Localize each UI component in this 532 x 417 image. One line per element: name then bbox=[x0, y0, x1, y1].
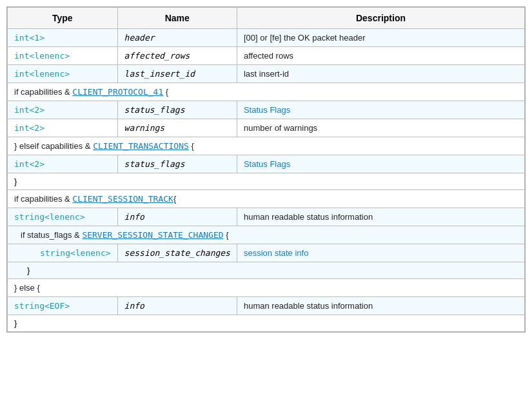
close-brace-cell-1: } bbox=[8, 173, 525, 190]
desc-cell: [00] or [fe] the OK packet header bbox=[237, 29, 524, 47]
col-name-header: Name bbox=[117, 8, 237, 29]
name-cell: session_state_changes bbox=[117, 244, 237, 262]
type-cell: int<1> bbox=[8, 29, 118, 47]
type-cell: string<lenenc> bbox=[8, 208, 118, 226]
condition-row-5: } else { bbox=[8, 279, 525, 297]
name-cell: info bbox=[117, 208, 237, 226]
desc-cell: Status Flags bbox=[237, 101, 524, 119]
condition-row-3: if capabilities & CLIENT_SESSION_TRACK{ bbox=[8, 190, 525, 208]
main-table-container: Type Name Description int<1> header [00]… bbox=[6, 6, 526, 333]
desc-cell: session state info bbox=[237, 244, 524, 262]
name-cell: info bbox=[117, 297, 237, 315]
cond-prefix-2: } elseif capabilities & bbox=[14, 141, 93, 151]
close-brace-row-1: } bbox=[8, 173, 525, 190]
name-cell: header bbox=[117, 29, 237, 47]
type-cell: int<lenenc> bbox=[8, 65, 118, 83]
col-type-header: Type bbox=[8, 8, 118, 29]
condition-cell-3: if capabilities & CLIENT_SESSION_TRACK{ bbox=[8, 190, 525, 208]
desc-cell: affected rows bbox=[237, 47, 524, 65]
protocol-table: Type Name Description int<1> header [00]… bbox=[7, 7, 525, 332]
type-cell: int<lenenc> bbox=[8, 47, 118, 65]
desc-cell: human readable status information bbox=[237, 297, 524, 315]
condition-cell-2: } elseif capabilities & CLIENT_TRANSACTI… bbox=[8, 137, 525, 155]
desc-cell: number of warnings bbox=[237, 119, 524, 137]
type-cell: string<lenenc> bbox=[8, 244, 118, 262]
table-row: int<2> warnings number of warnings bbox=[8, 119, 525, 137]
name-cell: status_flags bbox=[117, 101, 237, 119]
table-row: int<2> status_flags Status Flags bbox=[8, 101, 525, 119]
desc-cell: last insert-id bbox=[237, 65, 524, 83]
session-state-info-link[interactable]: session state info bbox=[244, 248, 308, 258]
condition-cell-4: if status_flags & SERVER_SESSION_STATE_C… bbox=[8, 226, 525, 244]
table-row: int<lenenc> affected_rows affected rows bbox=[8, 47, 525, 65]
name-cell: status_flags bbox=[117, 155, 237, 173]
cond-prefix-5: } else { bbox=[14, 283, 40, 293]
cond-link-2[interactable]: CLIENT_TRANSACTIONS bbox=[93, 141, 189, 151]
status-flags-link-1[interactable]: Status Flags bbox=[244, 105, 290, 115]
type-cell: int<2> bbox=[8, 155, 118, 173]
name-cell: affected_rows bbox=[117, 47, 237, 65]
close-brace-cell-2: } bbox=[8, 262, 525, 279]
type-cell: int<2> bbox=[8, 101, 118, 119]
status-flags-link-2[interactable]: Status Flags bbox=[244, 159, 290, 169]
table-row: int<1> header [00] or [fe] the OK packet… bbox=[8, 29, 525, 47]
table-row: int<lenenc> last_insert_id last insert-i… bbox=[8, 65, 525, 83]
cond-prefix-1: if capabilities & bbox=[14, 87, 72, 97]
cond-suffix-3: { bbox=[173, 194, 176, 204]
close-brace-row-2: } bbox=[8, 262, 525, 279]
table-row: string<lenenc> info human readable statu… bbox=[8, 208, 525, 226]
desc-cell: Status Flags bbox=[237, 155, 524, 173]
cond-link-1[interactable]: CLIENT_PROTOCOL_41 bbox=[72, 87, 163, 97]
name-cell: last_insert_id bbox=[117, 65, 237, 83]
cond-prefix-4: if status_flags & bbox=[21, 230, 82, 240]
condition-cell-1: if capabilities & CLIENT_PROTOCOL_41 { bbox=[8, 83, 525, 101]
close-brace-row-3: } bbox=[8, 315, 525, 332]
table-row: string<EOF> info human readable status i… bbox=[8, 297, 525, 315]
cond-suffix-4: { bbox=[224, 230, 229, 240]
desc-cell: human readable status information bbox=[237, 208, 524, 226]
table-row: int<2> status_flags Status Flags bbox=[8, 155, 525, 173]
cond-suffix-1: { bbox=[163, 87, 168, 97]
type-cell: int<2> bbox=[8, 119, 118, 137]
type-cell: string<EOF> bbox=[8, 297, 118, 315]
condition-row-1: if capabilities & CLIENT_PROTOCOL_41 { bbox=[8, 83, 525, 101]
table-row: string<lenenc> session_state_changes ses… bbox=[8, 244, 525, 262]
cond-suffix-2: { bbox=[189, 141, 194, 151]
condition-row-4: if status_flags & SERVER_SESSION_STATE_C… bbox=[8, 226, 525, 244]
cond-link-4[interactable]: SERVER_SESSION_STATE_CHANGED bbox=[82, 230, 223, 240]
condition-cell-5: } else { bbox=[8, 279, 525, 297]
close-brace-cell-3: } bbox=[8, 315, 525, 332]
col-desc-header: Description bbox=[237, 8, 524, 29]
cond-prefix-3: if capabilities & bbox=[14, 194, 72, 204]
cond-link-3[interactable]: CLIENT_SESSION_TRACK bbox=[72, 194, 173, 204]
name-cell: warnings bbox=[117, 119, 237, 137]
condition-row-2: } elseif capabilities & CLIENT_TRANSACTI… bbox=[8, 137, 525, 155]
